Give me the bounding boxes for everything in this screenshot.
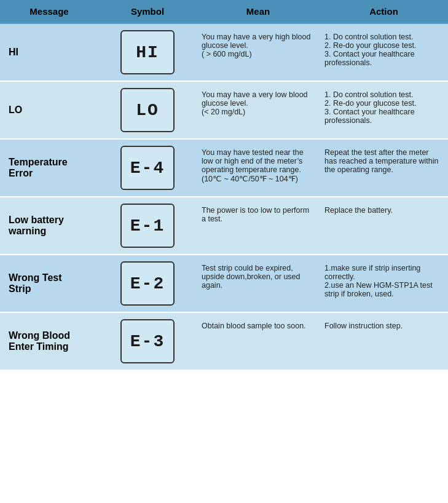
table-header: Message Symbol Mean Action (0, 0, 448, 24)
lcd-text: LO (136, 101, 159, 120)
lcd-display: E-1 (120, 204, 175, 248)
cell-action: Replace the battery. (320, 197, 448, 254)
header-mean: Mean (197, 0, 320, 23)
cell-symbol: HI (98, 24, 197, 81)
lcd-text: E-4 (130, 159, 165, 178)
cell-mean: Test strip could be expired, upside down… (197, 255, 320, 312)
header-symbol: Symbol (98, 0, 197, 23)
lcd-text: E-2 (130, 274, 165, 293)
table-row: Wrong Test StripE-2Test strip could be e… (0, 255, 448, 313)
cell-mean: Obtain blood sample too soon. (197, 313, 320, 370)
cell-action: Follow instruction step. (320, 313, 448, 370)
cell-symbol: E-2 (98, 255, 197, 312)
cell-symbol: LO (98, 82, 197, 138)
lcd-text: HI (136, 43, 159, 62)
table-row: Wrong Blood Enter TimingE-3Obtain blood … (0, 313, 448, 371)
lcd-display: LO (120, 88, 175, 132)
header-message: Message (0, 0, 98, 23)
cell-action: 1.make sure if strip inserting correctly… (320, 255, 448, 312)
cell-message: Wrong Test Strip (0, 255, 98, 312)
lcd-display: E-2 (120, 261, 175, 306)
table-row: HIHIYou may have a very high blood gluco… (0, 24, 448, 82)
cell-message: Low battery warning (0, 197, 98, 254)
cell-mean: You may have a very high blood glucose l… (197, 24, 320, 81)
error-message-table: Message Symbol Mean Action HIHIYou may h… (0, 0, 448, 371)
table-row: Temperature ErrorE-4You may have tested … (0, 140, 448, 197)
cell-action: 1. Do control solution test. 2. Re-do yo… (320, 24, 448, 81)
table-row: LOLOYou may have a very low blood glucos… (0, 82, 448, 140)
table-row: Low battery warningE-1The power is too l… (0, 197, 448, 255)
lcd-text: E-1 (130, 216, 165, 236)
cell-action: Repeat the test after the meter has reac… (320, 140, 448, 196)
cell-action: 1. Do control solution test. 2. Re-do yo… (320, 82, 448, 138)
cell-symbol: E-4 (98, 140, 197, 196)
lcd-display: HI (120, 30, 175, 74)
cell-message: HI (0, 24, 98, 81)
cell-message: Temperature Error (0, 140, 98, 196)
cell-mean: You may have a very low blood glucose le… (197, 82, 320, 138)
lcd-text: E-3 (130, 332, 165, 351)
lcd-display: E-4 (120, 146, 175, 190)
cell-message: Wrong Blood Enter Timing (0, 313, 98, 370)
cell-symbol: E-1 (98, 197, 197, 254)
cell-mean: You may have tested near the low or high… (197, 140, 320, 196)
header-action: Action (320, 0, 448, 23)
lcd-display: E-3 (120, 319, 175, 363)
cell-mean: The power is too low to perform a test. (197, 197, 320, 254)
table-body: HIHIYou may have a very high blood gluco… (0, 24, 448, 371)
cell-symbol: E-3 (98, 313, 197, 370)
cell-message: LO (0, 82, 98, 138)
